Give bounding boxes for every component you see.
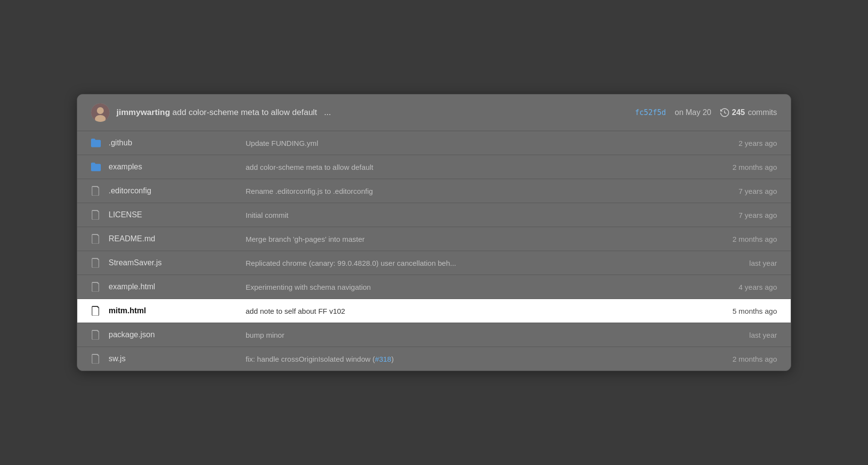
table-row[interactable]: .githubUpdate FUNDING.yml2 years ago [77,131,791,155]
repo-header: jimmywarting add color-scheme meta to al… [77,94,791,131]
commit-message: Replicated chrome (canary: 99.0.4828.0) … [236,259,699,267]
commit-message: Rename .editorconfig.js to .editorconfig [236,187,699,195]
commit-message: Merge branch 'gh-pages' into master [236,235,699,243]
table-row[interactable]: .editorconfigRename .editorconfig.js to … [77,179,791,203]
file-name[interactable]: package.json [109,330,236,339]
table-row[interactable]: StreamSaver.jsReplicated chrome (canary:… [77,251,791,275]
file-name[interactable]: sw.js [109,354,236,363]
file-svg [91,234,100,244]
file-age: 2 months ago [699,355,777,363]
file-age: last year [699,331,777,339]
commit-message: add color-scheme meta to allow default [236,163,699,171]
folder-svg [91,138,101,148]
file-icon [91,186,109,196]
commit-date: on May 20 [675,108,711,117]
table-row[interactable]: examplesadd color-scheme meta to allow d… [77,155,791,179]
header-ellipsis [320,108,322,117]
commit-message: Experimenting with schema navigation [236,283,699,291]
table-row[interactable]: package.jsonbump minorlast year [77,323,791,347]
header-username: jimmywarting [116,108,170,117]
svg-point-1 [97,107,104,114]
file-icon [91,282,109,292]
header-commit-message: jimmywarting add color-scheme meta to al… [116,108,635,117]
file-age: 2 years ago [699,139,777,147]
file-name[interactable]: example.html [109,282,236,291]
file-age: 4 years ago [699,283,777,291]
file-icon [91,330,109,340]
history-icon [720,108,729,117]
file-name[interactable]: examples [109,163,236,171]
file-name[interactable]: mitm.html [109,306,236,315]
file-name[interactable]: README.md [109,234,236,243]
table-row[interactable]: README.mdMerge branch 'gh-pages' into ma… [77,227,791,251]
file-icon [91,258,109,268]
file-table: .githubUpdate FUNDING.yml2 years ago exa… [77,131,791,371]
folder-icon [91,162,109,172]
file-name[interactable]: StreamSaver.js [109,258,236,267]
commit-message: Update FUNDING.yml [236,139,699,147]
file-name[interactable]: LICENSE [109,210,236,219]
file-age: 7 years ago [699,211,777,219]
file-age: 2 months ago [699,235,777,243]
table-row[interactable]: example.htmlExperimenting with schema na… [77,275,791,299]
commits-label: commits [748,108,777,117]
avatar [91,103,110,122]
file-svg [91,210,100,220]
file-age: 2 months ago [699,163,777,171]
folder-icon [91,138,109,148]
file-svg [91,186,100,196]
file-name[interactable]: .github [109,139,236,147]
commit-message: bump minor [236,331,699,339]
file-age: 7 years ago [699,187,777,195]
commit-message: fix: handle crossOriginIsolated window (… [236,355,699,363]
file-age: last year [699,259,777,267]
table-row[interactable]: sw.jsfix: handle crossOriginIsolated win… [77,347,791,371]
table-row[interactable]: mitm.htmladd note to self about FF v1025… [77,299,791,323]
file-svg [91,306,100,316]
file-svg [91,282,100,292]
table-row[interactable]: LICENSEInitial commit7 years ago [77,203,791,227]
commit-hash[interactable]: fc52f5d [635,108,666,117]
commits-count: 245 commits [720,108,777,117]
folder-svg [91,162,101,172]
header-commit-detail: add color-scheme meta to allow default [172,108,317,117]
commit-meta: fc52f5d on May 20 245 commits [635,108,777,117]
file-svg [91,354,100,364]
repo-container: jimmywarting add color-scheme meta to al… [77,94,791,371]
file-svg [91,330,100,340]
commit-message: Initial commit [236,211,699,219]
file-icon [91,306,109,316]
commit-issue-link[interactable]: #318 [375,355,391,363]
file-age: 5 months ago [699,307,777,315]
header-ellipsis-text: ... [324,108,331,117]
commit-message: add note to self about FF v102 [236,307,699,315]
commits-number: 245 [732,108,745,117]
file-icon [91,210,109,220]
file-icon [91,354,109,364]
file-icon [91,234,109,244]
file-name[interactable]: .editorconfig [109,186,236,195]
file-svg [91,258,100,268]
